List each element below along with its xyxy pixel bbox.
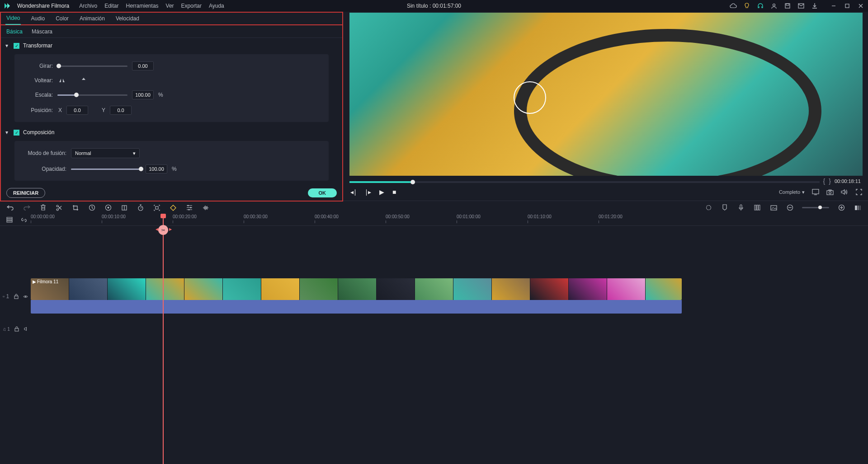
- input-pos-x[interactable]: [66, 106, 88, 115]
- menu-editar[interactable]: Editar: [104, 3, 118, 9]
- ok-button[interactable]: OK: [308, 188, 337, 197]
- tab-video[interactable]: Video: [5, 12, 21, 25]
- redo-icon[interactable]: [23, 204, 31, 212]
- timer-icon[interactable]: [137, 204, 145, 212]
- quality-select[interactable]: Completo▾: [779, 189, 805, 195]
- mark-out-icon[interactable]: }: [829, 178, 831, 185]
- audio-icon[interactable]: [202, 204, 210, 212]
- playhead[interactable]: ◀▶: [163, 214, 164, 464]
- speed-icon[interactable]: [88, 204, 96, 212]
- minimize-button[interactable]: [830, 2, 837, 9]
- preview-viewport[interactable]: [349, 13, 863, 176]
- tracking-circle[interactable]: [514, 81, 546, 114]
- ruler-tick: 00:01:10:00: [528, 214, 552, 219]
- mediashot-icon[interactable]: [769, 204, 778, 212]
- mail-icon[interactable]: [797, 2, 805, 9]
- lock-icon[interactable]: [14, 292, 19, 300]
- mute-icon[interactable]: [24, 325, 29, 333]
- menu-ver[interactable]: Ver: [166, 3, 174, 9]
- input-pos-y[interactable]: [110, 106, 132, 115]
- tab-audio[interactable]: Audio: [30, 13, 46, 24]
- select-modo-fusion[interactable]: Normal▾: [71, 148, 140, 158]
- marker-icon[interactable]: [721, 204, 729, 212]
- input-girar[interactable]: [132, 61, 154, 70]
- preview-scrubber[interactable]: [349, 181, 820, 183]
- cloud-icon[interactable]: [730, 2, 737, 9]
- adjust-icon[interactable]: [185, 204, 193, 212]
- chevron-down-icon: ▾: [5, 129, 10, 136]
- eye-icon[interactable]: [23, 292, 28, 300]
- volume-icon[interactable]: [841, 188, 848, 196]
- playhead-split-icon[interactable]: [158, 225, 168, 235]
- input-opacidad[interactable]: [146, 164, 167, 173]
- flip-horizontal-icon[interactable]: [57, 77, 66, 84]
- play-button[interactable]: ▶: [379, 188, 384, 196]
- menu-herramientas[interactable]: Herramientas: [126, 3, 159, 9]
- menu-ayuda[interactable]: Ayuda: [209, 3, 224, 9]
- link-icon[interactable]: [20, 216, 28, 224]
- display-icon[interactable]: [812, 188, 819, 196]
- track-label-video: ▫ 1: [3, 293, 9, 300]
- ruler-tick: 00:00:20:00: [173, 214, 197, 219]
- checkbox-transformar[interactable]: [14, 43, 19, 49]
- section-composicion[interactable]: ▾ Composición: [5, 127, 338, 137]
- subtab-basica[interactable]: Básica: [6, 28, 23, 35]
- snapshot-icon[interactable]: [826, 188, 834, 196]
- input-escala[interactable]: [132, 90, 154, 99]
- mark-in-icon[interactable]: {: [823, 178, 826, 185]
- voiceover-icon[interactable]: [737, 204, 745, 212]
- flip-vertical-icon[interactable]: [79, 77, 88, 84]
- render-icon[interactable]: [704, 204, 712, 212]
- sub-tabs: Básica Máscara: [1, 25, 342, 38]
- section-transformar[interactable]: ▾ Transformar: [5, 41, 338, 51]
- tab-velocidad[interactable]: Velocidad: [115, 13, 140, 24]
- slider-escala[interactable]: [57, 94, 127, 96]
- menu-exportar[interactable]: Exportar: [181, 3, 202, 9]
- zoom-slider[interactable]: [802, 207, 829, 208]
- next-frame-button[interactable]: ∣▸: [365, 188, 371, 196]
- reset-button[interactable]: REINICIAR: [6, 188, 45, 198]
- close-button[interactable]: [857, 2, 864, 9]
- colormatch-icon[interactable]: [104, 204, 112, 212]
- project-title: Sin título : 00:01:57:00: [407, 3, 461, 9]
- headphones-icon[interactable]: [757, 2, 764, 9]
- zoom-out-icon[interactable]: [786, 204, 794, 212]
- split-icon[interactable]: [55, 204, 63, 212]
- svg-point-22: [190, 207, 192, 208]
- label-escala: Escala:: [24, 92, 53, 98]
- keyframe-icon[interactable]: [169, 204, 177, 212]
- prev-frame-button[interactable]: ◂∣: [350, 188, 357, 196]
- video-clip[interactable]: ▶ Filmora 11: [31, 278, 682, 300]
- crop-icon[interactable]: [71, 204, 80, 212]
- preview-timecode: 00:00:18:11: [835, 178, 861, 184]
- menu-archivo[interactable]: Archivo: [79, 3, 97, 9]
- fullscreen-icon[interactable]: [855, 188, 863, 196]
- tab-color[interactable]: Color: [55, 13, 70, 24]
- lightbulb-icon[interactable]: [743, 2, 750, 9]
- audio-waveform[interactable]: [31, 300, 682, 314]
- svg-rect-12: [829, 190, 831, 191]
- svg-rect-26: [755, 205, 756, 210]
- slider-opacidad[interactable]: [71, 169, 141, 170]
- delete-icon[interactable]: [39, 204, 47, 212]
- download-icon[interactable]: [811, 2, 818, 9]
- stop-button[interactable]: ■: [392, 188, 396, 196]
- slider-girar[interactable]: [57, 66, 127, 67]
- timeline-ruler[interactable]: 00:00:00:00 00:00:10:00 00:00:20:00 00:0…: [31, 214, 868, 225]
- track-options-icon[interactable]: [5, 216, 14, 224]
- undo-icon[interactable]: [6, 204, 14, 212]
- greenscreen-icon[interactable]: [120, 204, 128, 212]
- tab-animacion[interactable]: Animación: [79, 13, 106, 24]
- lock-icon[interactable]: [14, 325, 19, 333]
- save-icon[interactable]: [784, 2, 791, 9]
- user-icon[interactable]: [770, 2, 778, 9]
- mixer-icon[interactable]: [753, 204, 761, 212]
- maximize-button[interactable]: [844, 2, 851, 9]
- unit-opacidad: %: [172, 166, 177, 172]
- zoom-in-icon[interactable]: [837, 204, 845, 212]
- zoomfit-icon[interactable]: [854, 204, 862, 212]
- checkbox-composicion[interactable]: [14, 130, 19, 136]
- svg-rect-2: [786, 4, 789, 5]
- expand-icon[interactable]: [153, 204, 161, 212]
- subtab-mascara[interactable]: Máscara: [32, 28, 52, 35]
